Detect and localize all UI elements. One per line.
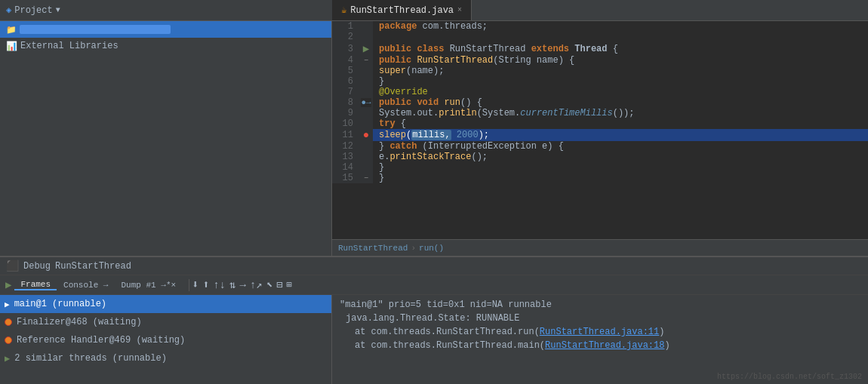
frame-item-finalizer[interactable]: Finalizer@468 (waiting) (0, 313, 331, 331)
output-link-2[interactable]: RunStartThread.java:18 (545, 340, 664, 351)
console-tab[interactable]: Console → (57, 281, 114, 290)
output-link-1[interactable]: RunStartThread.java:11 (540, 327, 659, 337)
frame-item-refhandler[interactable]: Reference Handler@469 (waiting) (0, 331, 331, 349)
java-file-icon: ☕ (341, 5, 346, 16)
table-row: 13 e.printStackTrace(); (332, 152, 868, 162)
output-line-1: "main@1" prio=5 tid=0x1 nid=NA runnable (340, 298, 860, 312)
step-over-btn[interactable]: ⬇ (190, 278, 200, 292)
table-row: 3 ▶ public class RunStartThread extends … (332, 42, 868, 55)
tab-close-icon[interactable]: × (457, 6, 462, 14)
debug-output: "main@1" prio=5 tid=0x1 nid=NA runnable … (332, 295, 868, 384)
watermark: https://blog.csdn.net/soft_z1302 (717, 373, 862, 381)
refhandler-icon (5, 336, 12, 344)
frame-similar-label: 2 similar threads (runnable) (14, 353, 167, 364)
frame-item-similar[interactable]: ▶ 2 similar threads (runnable) (0, 349, 331, 367)
breadcrumb-class[interactable]: RunStartThread (338, 244, 408, 253)
fold-icon: − (364, 57, 368, 65)
debug-icon: ⬛ (6, 260, 19, 272)
breadcrumb: RunStartThread › run() (332, 239, 868, 256)
project-label: ◈ Project ▼ (0, 5, 66, 16)
file-tab[interactable]: ☕ RunStartThread.java × (332, 0, 472, 20)
trace-btn[interactable]: ⬉ (265, 278, 274, 291)
dump-tab[interactable]: Dump #1 →*× (115, 281, 182, 290)
step-into-btn[interactable]: ⬆ (201, 278, 211, 292)
settings-debug-btn[interactable]: ⊟ (275, 278, 284, 291)
project-files-highlight: 📁 (0, 21, 331, 38)
library-icon: 📊 (6, 41, 17, 52)
debug-session-bar: ⬛ Debug RunStartThread (0, 257, 868, 275)
table-row: 7 @Override (332, 87, 868, 97)
table-row: 14 } (332, 162, 868, 173)
resume-btn[interactable]: ▶ (3, 278, 14, 291)
run-to-cursor-btn[interactable]: ⇅ (228, 278, 237, 291)
frames-tab[interactable]: Frames (14, 280, 57, 290)
table-row: 15 − } (332, 173, 868, 183)
more-btn[interactable]: ⊞ (285, 279, 294, 290)
breakpoint-icon: ● (363, 129, 369, 141)
debug-session-label: Debug (23, 261, 51, 272)
output-line-3: at com.threads.RunStartThread.run(RunSta… (340, 325, 860, 339)
frame-refhandler-label: Reference Handler@469 (waiting) (17, 335, 185, 346)
step-out-btn[interactable]: ↑↓ (211, 279, 227, 291)
output-line-4: at com.threads.RunStartThread.main(RunSt… (340, 339, 860, 352)
drop-frame-btn[interactable]: ↑↗ (248, 278, 264, 291)
frames-list: ▶ main@1 (runnable) Finalizer@468 (waiti… (0, 295, 332, 384)
project-icon: ◈ (6, 5, 11, 16)
table-row: 11 ● sleep(millis, 2000); (332, 129, 868, 141)
project-dropdown-arrow[interactable]: ▼ (56, 6, 60, 14)
project-sidebar: 📁 📊 External Libraries (0, 21, 332, 256)
table-row: 4 − public RunStartThread(String name) { (332, 55, 868, 66)
table-row: 10 try { (332, 118, 868, 129)
code-table: 1 package com.threads; 2 3 ▶ public clas… (332, 21, 868, 183)
table-row: 9 System.out.println(System.currentTimeM… (332, 108, 868, 118)
frame-item-main[interactable]: ▶ main@1 (runnable) (0, 295, 331, 313)
table-row: 8 ●→ public void run() { (332, 97, 868, 108)
table-row: 12 } catch (InterruptedException e) { (332, 141, 868, 152)
run-arrow-icon: ▶ (363, 43, 369, 55)
code-editor: 1 package com.threads; 2 3 ▶ public clas… (332, 21, 868, 256)
finalizer-icon (5, 318, 12, 326)
debug-toolbar: ▶ Frames Console → Dump #1 →*× ⬇ ⬆ ↑↓ ⇅ … (0, 275, 868, 295)
evaluate-btn[interactable]: → (238, 279, 247, 291)
similar-threads-icon: ▶ (5, 353, 10, 364)
output-line-2: java.lang.Thread.State: RUNNABLE (340, 312, 860, 325)
fold2-icon: − (364, 174, 368, 183)
frame-finalizer-label: Finalizer@468 (waiting) (17, 317, 142, 327)
table-row: 1 package com.threads; (332, 21, 868, 32)
breadcrumb-method[interactable]: run() (419, 244, 444, 253)
external-libraries-item[interactable]: 📊 External Libraries (0, 38, 331, 54)
debug-panel: ⬛ Debug RunStartThread ▶ Frames Console … (0, 256, 868, 384)
table-row: 5 super(name); (332, 66, 868, 76)
debug-arrow-icon: ●→ (361, 98, 371, 107)
play-icon: ▶ (5, 300, 10, 309)
table-row: 6 } (332, 76, 868, 87)
breadcrumb-sep: › (411, 244, 416, 253)
table-row: 2 (332, 32, 868, 42)
frame-main-label: main@1 (runnable) (14, 299, 106, 309)
debug-session-name: RunStartThread (55, 261, 131, 272)
